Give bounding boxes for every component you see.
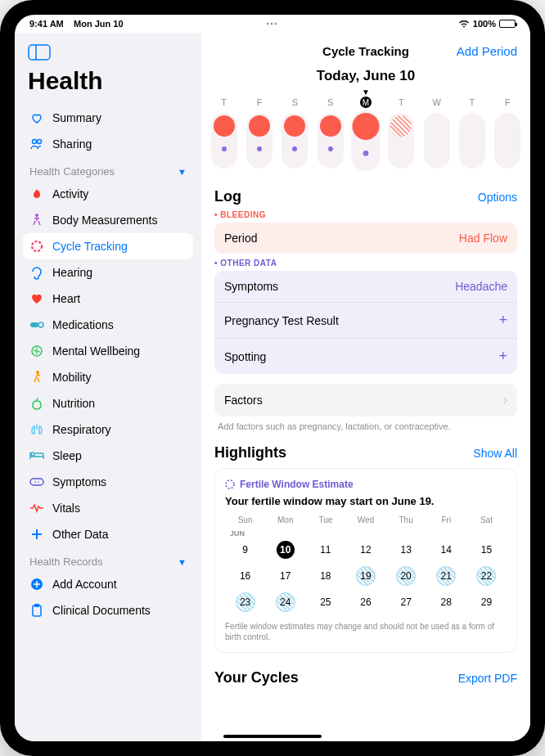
calendar-cell[interactable]: 10 [265, 539, 305, 560]
calendar-cell[interactable]: 25 [305, 592, 345, 613]
symptoms-row[interactable]: Symptoms Headache [214, 271, 517, 302]
sidebar-item-sleep[interactable]: Sleep [23, 443, 193, 469]
plus-icon: + [498, 312, 507, 329]
sidebar-item-medications[interactable]: Medications [23, 312, 193, 338]
calendar-cell[interactable]: 23 [225, 592, 265, 613]
calendar-cell[interactable]: 9 [225, 539, 265, 560]
predicted-period-icon [390, 115, 412, 137]
day-pill [211, 113, 237, 169]
day-column[interactable]: F [243, 97, 275, 169]
calendar-day-header: Wed [345, 515, 385, 524]
sidebar-section-records[interactable]: Health Records ▼ [23, 547, 193, 571]
calendar-cell[interactable]: 12 [345, 539, 385, 560]
sidebar-item-sharing[interactable]: Sharing [23, 131, 193, 157]
bed-icon [29, 448, 44, 463]
sidebar-item-body-measurements[interactable]: Body Measurements [23, 207, 193, 233]
sidebar-item-summary[interactable]: Summary [23, 105, 193, 131]
day-column[interactable]: T [385, 97, 417, 169]
period-dot-icon [214, 115, 235, 137]
brain-icon [29, 344, 44, 358]
export-pdf-button[interactable]: Export PDF [458, 672, 517, 685]
calendar-cell[interactable]: 26 [345, 592, 385, 613]
day-label: T [399, 97, 404, 108]
calendar-month: JUN [225, 529, 507, 538]
day-column[interactable]: T [456, 97, 488, 169]
day-column[interactable]: T [208, 97, 240, 169]
sidebar-item-activity[interactable]: Activity [23, 181, 193, 207]
day-column[interactable]: M [349, 97, 381, 169]
sidebar-item-cycle-tracking[interactable]: Cycle Tracking [23, 233, 193, 259]
calendar-cell[interactable]: 27 [386, 592, 426, 613]
day-strip[interactable]: TFSSMTWTF [201, 97, 530, 178]
sidebar-item-heart[interactable]: Heart [23, 286, 193, 312]
fertile-window-note: Fertile window estimates may change and … [225, 621, 507, 642]
sidebar-item-label: Activity [52, 187, 88, 200]
add-period-button[interactable]: Add Period [457, 44, 517, 58]
sidebar-item-nutrition[interactable]: Nutrition [23, 390, 193, 416]
status-date: Mon Jun 10 [74, 19, 124, 29]
svg-rect-15 [34, 604, 39, 607]
log-section: Log Options • BLEEDING Period Had Flow •… [201, 178, 530, 434]
day-pill [351, 110, 380, 172]
day-label: S [327, 97, 333, 108]
chevron-down-icon: ▼ [178, 167, 187, 177]
sidebar-section-categories[interactable]: Health Categories ▼ [23, 157, 193, 181]
other-data-card: Symptoms Headache Pregnancy Test Result … [214, 271, 517, 374]
ear-icon [29, 265, 44, 280]
calendar-cell[interactable]: 28 [426, 592, 466, 613]
sidebar-section-label: Health Records [29, 556, 103, 568]
today-pointer: ▼ [201, 88, 530, 97]
sidebar-item-label: Sleep [52, 449, 82, 462]
calendar-cell[interactable]: 13 [386, 539, 426, 560]
spotting-row[interactable]: Spotting + [214, 338, 517, 374]
wifi-icon [458, 20, 470, 28]
sidebar-item-clinical-documents[interactable]: Clinical Documents [23, 597, 193, 623]
sidebar-item-label: Clinical Documents [52, 604, 151, 617]
day-column[interactable]: S [314, 97, 346, 169]
sidebar-toggle-icon[interactable] [28, 44, 51, 61]
factors-card[interactable]: Factors › [214, 384, 517, 416]
day-column[interactable]: S [279, 97, 311, 169]
sidebar-item-label: Respiratory [52, 423, 111, 436]
calendar-day-header: Sun [225, 515, 265, 524]
home-indicator[interactable] [223, 735, 322, 738]
calendar-cell[interactable]: 20 [386, 565, 426, 587]
calendar-cell[interactable]: 19 [345, 565, 385, 587]
log-options-button[interactable]: Options [478, 191, 517, 204]
calendar-cell[interactable]: 16 [225, 565, 265, 587]
calendar-cell[interactable]: 15 [466, 539, 507, 560]
sidebar-item-vitals[interactable]: Vitals [23, 495, 193, 521]
sidebar-item-label: Other Data [52, 528, 108, 541]
calendar-cell[interactable]: 18 [305, 565, 345, 587]
sidebar-item-symptoms[interactable]: Symptoms [23, 469, 193, 495]
day-pill [494, 113, 520, 169]
today-label: Today, June 10 [201, 68, 530, 84]
day-column[interactable]: W [421, 97, 453, 169]
your-cycles-header: Your Cycles Export PDF [201, 656, 530, 693]
period-card[interactable]: Period Had Flow [214, 223, 517, 254]
sidebar-item-mobility[interactable]: Mobility [23, 364, 193, 390]
sidebar-item-respiratory[interactable]: Respiratory [23, 416, 193, 443]
bleeding-label: • BLEEDING [214, 210, 517, 219]
show-all-button[interactable]: Show All [473, 447, 517, 460]
calendar-cell[interactable]: 11 [305, 539, 345, 560]
calendar-cell[interactable]: 24 [265, 592, 305, 613]
people-icon [29, 137, 44, 151]
clipboard-icon [29, 603, 44, 618]
calendar-cell[interactable]: 22 [466, 565, 507, 587]
day-column[interactable]: F [492, 97, 524, 169]
calendar-cell[interactable]: 29 [466, 592, 507, 613]
svg-point-9 [36, 371, 39, 374]
calendar-cell[interactable]: 17 [265, 565, 305, 587]
calendar-cell[interactable]: 21 [426, 565, 466, 587]
sidebar-item-other-data[interactable]: Other Data [23, 521, 193, 547]
sidebar-item-hearing[interactable]: Hearing [23, 259, 193, 286]
svg-point-11 [34, 481, 36, 483]
pregnancy-test-row[interactable]: Pregnancy Test Result + [214, 302, 517, 338]
calendar-cell[interactable]: 14 [426, 539, 466, 560]
sidebar-item-mental-wellbeing[interactable]: Mental Wellbeing [23, 338, 193, 364]
sidebar-item-add-account[interactable]: Add Account [23, 571, 193, 597]
sidebar-item-label: Mental Wellbeing [52, 344, 140, 358]
fertile-window-card[interactable]: Fertile Window Estimate Your fertile win… [214, 468, 517, 653]
sidebar-item-label: Summary [52, 111, 101, 124]
